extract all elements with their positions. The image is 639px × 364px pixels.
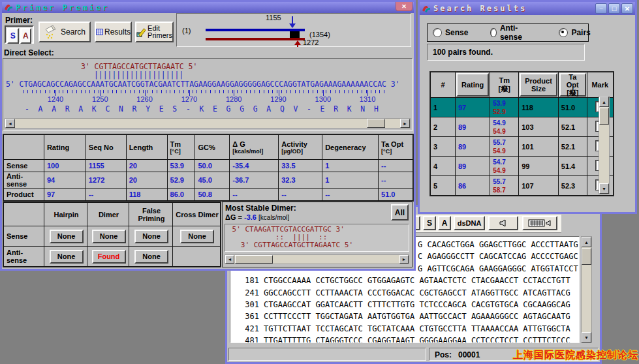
pair-number-cell: 4 [431, 157, 456, 176]
search-result-row[interactable]: 38955.754.910152.1 [431, 137, 614, 157]
stats-header-cell: Length [126, 135, 167, 160]
ruler-label: 1250 [92, 95, 108, 103]
ta-opt-cell: 52.3 [558, 176, 587, 196]
search-result-row[interactable]: 19753.952.911851.0 [431, 98, 614, 117]
pair-number-cell: 5 [431, 176, 456, 196]
antisense-strand-button[interactable]: A [438, 216, 451, 230]
scroll-down-button[interactable] [599, 183, 609, 194]
scroll-thumb[interactable] [599, 108, 609, 125]
scroll-thumb[interactable] [367, 119, 385, 128]
stats-row: Product97--11886.050.8------51.0 [4, 189, 413, 201]
structure-header-cell: False Priming [129, 203, 173, 226]
stats-value-cell: 1272 [86, 172, 126, 189]
radio-option-pairs[interactable]: Pairs [559, 28, 590, 37]
stats-header-unit: [kcals/mol] [232, 148, 277, 155]
sense-toggle-button[interactable]: S [7, 28, 19, 44]
stats-header-cell: GC% [195, 135, 230, 160]
product-size-cell: 99 [519, 157, 559, 176]
product-size-cell: 118 [519, 98, 559, 117]
tm-antisense-value: 54.9 [493, 166, 517, 175]
stats-value-cell: 100 [44, 160, 86, 172]
scroll-up-button[interactable] [599, 97, 609, 107]
none-button[interactable]: None [50, 250, 84, 264]
none-button[interactable]: None [92, 230, 126, 243]
close-button[interactable] [396, 2, 413, 11]
tm-cell: 55.754.9 [490, 137, 519, 157]
scroll-right-button[interactable] [399, 255, 409, 264]
result-type-radio-group: SenseAnti-sensePairs [427, 23, 589, 42]
keyboard-speaker-button[interactable] [522, 216, 557, 230]
stats-row: Sense10011552053.950.0-35.433.51-- [4, 160, 413, 172]
sort-header-button[interactable]: ProductSize [520, 73, 557, 97]
antisense-toggle-button[interactable]: A [20, 28, 32, 44]
radio-circle[interactable] [559, 28, 568, 37]
dg-units: [kcals/mol] [258, 214, 289, 221]
structure-header-cell [4, 203, 44, 226]
radio-option-anti-sense[interactable]: Anti-sense [490, 23, 525, 42]
scroll-thumb[interactable] [582, 248, 591, 265]
scroll-up-button[interactable] [582, 237, 591, 247]
scroll-left-button[interactable] [5, 119, 15, 128]
sort-header-button[interactable]: Rating [456, 73, 489, 97]
stats-value-cell: 1155 [86, 160, 126, 172]
scroll-left-button[interactable] [225, 255, 234, 264]
search-results-titlebar[interactable]: Search Results [420, 2, 635, 15]
radio-option-sense[interactable]: Sense [433, 28, 468, 37]
sort-header-button[interactable]: Ta Opt[癈] [559, 73, 586, 97]
radio-circle[interactable] [433, 28, 442, 37]
structure-header-cell: Dimer [87, 203, 129, 226]
speaker-icon [499, 219, 508, 227]
sequence-row-number: 361 [242, 312, 259, 321]
radio-circle[interactable] [490, 28, 497, 37]
found-button[interactable]: Found [92, 250, 126, 264]
close-button[interactable] [621, 3, 633, 14]
stats-value-cell: 33.5 [279, 160, 322, 172]
speaker-button[interactable] [488, 216, 518, 230]
search-header-cell: Ta Opt[癈] [558, 72, 587, 98]
stats-value-cell: -- [379, 160, 413, 172]
search-button[interactable]: Search [39, 22, 91, 42]
sequence-row-bases: CCTTTCCCTT TGGCTAGATA AATGTGGTGA AATTGCC… [264, 312, 570, 321]
all-dimers-button[interactable]: All [391, 204, 409, 220]
edit-pencil-icon [136, 27, 146, 38]
search-result-row[interactable]: 48954.754.99951.4 [431, 157, 614, 176]
sense-strand-button[interactable]: S [423, 216, 436, 230]
search-header-row: #RatingTm[癈]ProductSizeTa Opt[癈]Mark [431, 72, 614, 98]
stats-header-cell: Rating [44, 135, 86, 160]
dimer-alignment-box: 5' CTAAGATTCGTACCGATTGC 3' :: |||| :: 3'… [225, 224, 409, 252]
none-button[interactable]: None [50, 230, 84, 243]
dsdna-button[interactable]: dsDNA [454, 216, 485, 230]
structure-cell: None [129, 247, 173, 267]
stats-value-cell: 32.3 [279, 172, 322, 189]
search-result-row[interactable]: 28954.954.910352.1 [431, 117, 614, 137]
stats-header-title: Degeneracy [325, 144, 377, 151]
results-button[interactable]: Results [95, 22, 132, 42]
search-results-table: #RatingTm[癈]ProductSizeTa Opt[癈]Mark1975… [430, 72, 614, 196]
none-button[interactable]: None [134, 230, 168, 243]
sequence-vertical-scrollbar[interactable] [581, 236, 592, 343]
scroll-thumb[interactable] [235, 255, 273, 264]
stats-header-cell: Activity[µg/OD] [279, 135, 322, 160]
none-button[interactable]: None [180, 230, 214, 243]
scroll-down-button[interactable] [582, 332, 591, 342]
rating-cell: 97 [456, 98, 490, 117]
search-result-row[interactable]: 58655.758.710752.3 [431, 176, 614, 196]
edit-primers-label-2: Primers [148, 31, 172, 39]
stats-value-cell: 50.8 [195, 189, 230, 201]
minimize-button[interactable] [595, 3, 607, 14]
primer-premier-titlebar[interactable]: Primer Premier [2, 2, 414, 13]
none-button[interactable]: None [134, 250, 168, 264]
edit-primers-button[interactable]: Edit Primers [135, 22, 174, 42]
maximize-button[interactable] [608, 3, 620, 14]
search-header-cell: Mark [587, 72, 613, 98]
direct-select-hscrollbar[interactable] [5, 118, 411, 129]
results-vertical-scrollbar[interactable] [599, 96, 610, 194]
scroll-right-button[interactable] [400, 119, 410, 128]
stats-value-cell: -- [279, 189, 322, 201]
results-table-icon [96, 27, 103, 37]
dimer-hscrollbar[interactable] [225, 254, 409, 264]
sequence-partial-row: C AGAGGGCCTT CAGCATCCAG ACCCCTGAGC [418, 252, 578, 261]
sense-primer-pos-label: 1155 [266, 14, 281, 22]
stats-header-title: Ta Opt [381, 140, 411, 148]
sense-strand-sequence[interactable]: 5' CTGAGCAGCCAGAGCCAAATGCAATCGGTACGAATCT… [6, 80, 399, 89]
